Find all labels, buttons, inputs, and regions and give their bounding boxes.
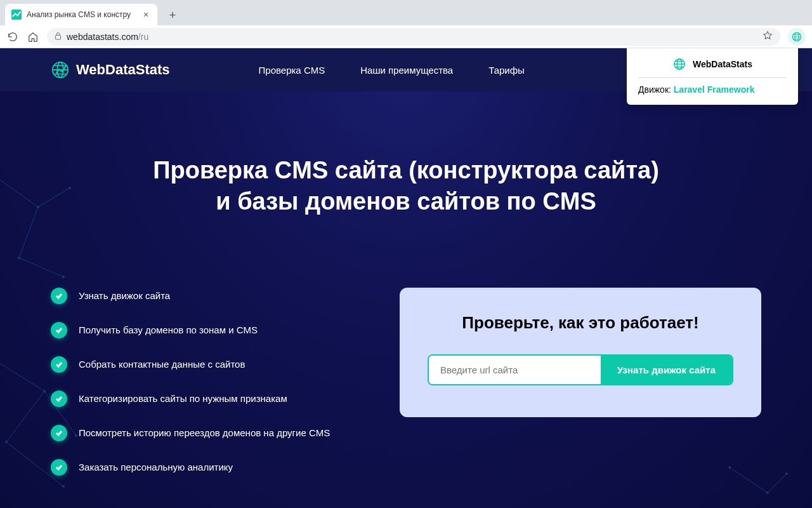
feature-text: Посмотреть историю переездов доменов на … (79, 427, 330, 438)
feature-text: Заказать персональную аналитику (79, 462, 233, 472)
svg-line-6 (19, 258, 63, 277)
bookmark-star-icon[interactable] (763, 30, 773, 43)
check-engine-button[interactable]: Узнать движок сайта (601, 356, 732, 384)
browser-toolbar: webdatastats.com/ru (0, 25, 812, 48)
svg-rect-0 (55, 35, 60, 39)
browser-tab[interactable]: Анализ рынка CMS и констру × (5, 4, 157, 25)
feature-text: Получить базу доменов по зонам и CMS (79, 324, 258, 335)
globe-icon (672, 57, 686, 71)
check-icon (51, 322, 67, 338)
globe-logo-icon (51, 60, 70, 79)
svg-point-10 (18, 257, 20, 259)
site-logo[interactable]: WebDataStats (51, 60, 170, 79)
svg-line-22 (768, 474, 787, 493)
svg-line-12 (0, 359, 44, 391)
hero: Проверка CMS сайта (конструктора сайта) … (0, 155, 812, 218)
new-tab-button[interactable]: + (164, 6, 181, 24)
tab-title: Анализ рынка CMS и констру (27, 10, 136, 19)
nav-link-cms-check[interactable]: Проверка CMS (259, 65, 325, 76)
engine-name[interactable]: Laravel Framework (674, 84, 755, 95)
svg-point-11 (62, 276, 65, 278)
feature-text: Категоризировать сайты по нужным признак… (79, 393, 287, 404)
svg-point-20 (62, 485, 65, 488)
home-icon[interactable] (27, 30, 39, 43)
svg-point-18 (75, 434, 77, 437)
tab-favicon (11, 10, 22, 20)
svg-point-17 (43, 390, 46, 392)
svg-point-8 (37, 206, 39, 208)
cta-card: Проверьте, как это работает! Узнать движ… (400, 288, 761, 417)
svg-line-5 (19, 207, 38, 258)
extension-icon[interactable] (788, 28, 806, 46)
close-icon[interactable]: × (141, 10, 151, 20)
reload-icon[interactable] (6, 30, 19, 43)
svg-line-21 (730, 467, 768, 493)
browser-tab-strip: Анализ рынка CMS и констру × + (0, 0, 812, 25)
nav-link-pricing[interactable]: Тарифы (488, 65, 525, 76)
feature-text: Собрать контактные данные с сайтов (79, 359, 245, 370)
feature-item: Получить базу доменов по зонам и CMS (51, 322, 374, 338)
hero-line1: Проверка CMS сайта (конструктора сайта) (153, 157, 659, 184)
svg-point-19 (5, 441, 8, 443)
svg-line-13 (44, 391, 76, 436)
engine-label: Движок: (638, 84, 674, 95)
extension-name: WebDataStats (693, 59, 752, 69)
hero-line2: и базы доменов сайтов по CMS (216, 188, 596, 215)
lock-icon (55, 32, 62, 42)
nav-links: Проверка CMS Наши преимущества Тарифы (259, 65, 525, 76)
svg-point-24 (766, 491, 769, 494)
extension-body: Движок: Laravel Framework (638, 78, 787, 95)
svg-line-14 (6, 391, 44, 442)
nav-link-advantages[interactable]: Наши преимущества (360, 65, 453, 76)
svg-point-9 (69, 187, 71, 189)
url-text: webdatastats.com/ru (67, 32, 148, 42)
brand-name: WebDataStats (76, 62, 170, 78)
svg-line-15 (6, 442, 63, 486)
cta-form: Узнать движок сайта (428, 354, 733, 385)
url-bar[interactable]: webdatastats.com/ru (47, 28, 780, 46)
cta-heading: Проверьте, как это работает! (428, 313, 733, 333)
feature-item: Узнать движок сайта (51, 288, 374, 304)
svg-point-25 (785, 472, 788, 475)
extension-popup: WebDataStats Движок: Laravel Framework (627, 48, 798, 105)
svg-point-23 (728, 466, 731, 469)
hero-heading: Проверка CMS сайта (конструктора сайта) … (0, 155, 812, 218)
url-input[interactable] (429, 356, 601, 384)
svg-line-4 (38, 188, 70, 207)
page-content: WebDataStats Проверка CMS Наши преимущес… (0, 48, 812, 508)
svg-line-3 (0, 175, 38, 207)
